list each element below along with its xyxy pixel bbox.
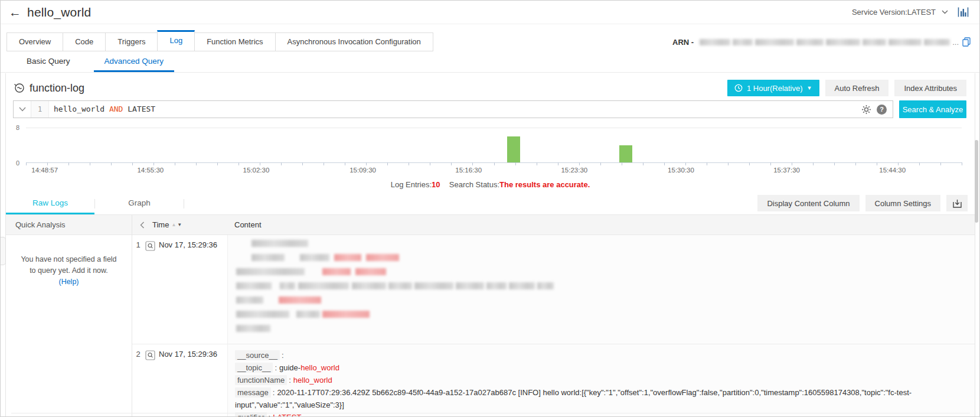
axis-minor-tick [685, 162, 686, 165]
query-mode-tab-bar: Basic Query Advanced Query [1, 51, 979, 73]
redacted-block [888, 39, 922, 45]
redacted-block [236, 268, 305, 275]
editor-line-number: 1 [31, 101, 49, 118]
column-settings-button[interactable]: Column Settings [865, 195, 940, 211]
redacted-log-line [235, 240, 968, 247]
sort-ascending-icon[interactable]: ▲ [171, 222, 176, 227]
tab-log[interactable]: Log [157, 30, 195, 51]
log-field-value: guide- [279, 363, 300, 372]
axis-minor-tick [664, 162, 665, 165]
tab-code[interactable]: Code [63, 32, 106, 51]
axis-minor-tick [451, 162, 452, 165]
tab-triggers[interactable]: Triggers [105, 32, 158, 51]
axis-minor-tick [600, 162, 601, 165]
tab-advanced-query[interactable]: Advanced Query [94, 51, 175, 72]
inspect-log-icon[interactable] [145, 350, 155, 360]
editor-collapse-toggle[interactable] [14, 101, 31, 118]
redacted-block [236, 297, 263, 304]
axis-minor-tick [919, 162, 920, 165]
redacted-log-line [235, 311, 968, 318]
axis-minor-tick [281, 162, 282, 165]
index-attributes-button[interactable]: Index Attributes [894, 80, 966, 96]
axis-minor-tick [47, 162, 48, 165]
copy-icon[interactable] [962, 37, 971, 47]
service-version-label: Service Version:LATEST [852, 8, 936, 17]
redacted-block [355, 268, 386, 275]
key-value-separator: : [287, 376, 293, 385]
search-status-line: Log Entries:10 Search Status:The results… [6, 178, 975, 191]
redacted-block [352, 282, 386, 289]
inspect-log-icon[interactable] [145, 241, 155, 251]
log-content-cell[interactable]: __source__:__topic__:guide-hello_worldfu… [227, 344, 975, 416]
axis-minor-tick [302, 162, 303, 165]
logs-area: Quick Analysis You have not specified a … [6, 215, 975, 416]
redacted-block [236, 282, 272, 289]
axis-minor-tick [940, 162, 941, 165]
tab-async-invocation-config[interactable]: Asynchronous Invocation Configuration [275, 32, 433, 51]
axis-minor-tick [430, 162, 430, 165]
axis-minor-tick [558, 162, 558, 165]
x-axis-tick-label: 15:16:30 [455, 167, 482, 174]
time-range-button[interactable]: 1 Hour(Relative) ▼ [727, 80, 819, 96]
help-link[interactable]: (Help) [6, 276, 132, 288]
auto-refresh-button[interactable]: Auto Refresh [825, 80, 889, 96]
metrics-chart-icon[interactable] [958, 7, 969, 17]
histogram-plot[interactable]: 8 0 14:48:5714:55:3015:02:3015:09:3015:1… [26, 128, 962, 163]
tab-overview[interactable]: Overview [6, 32, 63, 51]
redacted-block [486, 282, 507, 289]
axis-minor-tick [345, 162, 345, 165]
tab-raw-logs[interactable]: Raw Logs [6, 193, 94, 214]
tab-graph[interactable]: Graph [95, 193, 184, 214]
sort-descending-icon[interactable]: ▼ [177, 222, 182, 227]
log-content-cell[interactable] [227, 235, 975, 344]
redacted-block [863, 39, 886, 45]
query-text[interactable]: hello_world AND LATEST [49, 101, 861, 118]
log-field-value-highlighted: hello_world [293, 376, 332, 385]
quick-analysis-empty-message: You have not specified a field to query … [6, 235, 132, 288]
redacted-log-line [235, 268, 968, 275]
function-compute-log-page: ← hello_world Service Version:LATEST Ove… [0, 0, 980, 417]
axis-minor-tick [472, 162, 473, 165]
download-button[interactable] [946, 195, 968, 211]
x-axis-tick-label: 15:02:30 [243, 167, 270, 174]
redacted-block [236, 311, 289, 318]
collapsed-sidebar-handle[interactable] [1, 237, 6, 265]
log-field-key[interactable]: __topic__ [235, 363, 273, 373]
redacted-block [366, 254, 399, 261]
redacted-log-line [235, 254, 968, 261]
log-query-panel: function-log 1 Hour(Relative) ▼ Auto Ref… [5, 73, 975, 416]
tab-function-metrics[interactable]: Function Metrics [194, 32, 275, 51]
download-icon [952, 198, 962, 209]
help-question-icon[interactable]: ? [877, 105, 887, 115]
log-field-key[interactable]: __source__ [235, 350, 280, 360]
display-content-column-button[interactable]: Display Content Column [757, 195, 859, 211]
axis-minor-tick [898, 162, 899, 165]
back-arrow-icon[interactable]: ← [9, 6, 21, 18]
vertical-scrollbar-thumb[interactable] [975, 140, 978, 223]
chevron-down-icon[interactable] [942, 10, 948, 14]
log-field-line: functionName:hello_world [235, 374, 968, 386]
key-value-separator: : [271, 388, 277, 397]
search-analyze-button[interactable]: Search & Analyze [899, 100, 966, 118]
histogram-bar[interactable] [619, 145, 632, 163]
horizontal-scrollbar-track[interactable] [11, 413, 970, 413]
log-histogram: 8 0 14:48:5714:55:3015:02:3015:09:3015:1… [12, 122, 965, 178]
query-editor[interactable]: 1 hello_world AND LATEST ? [13, 100, 893, 118]
axis-minor-tick [962, 162, 962, 165]
axis-minor-tick [366, 162, 367, 165]
time-range-label: 1 Hour(Relative) [747, 84, 803, 93]
log-field-line: qualifier:LATEST [235, 411, 968, 416]
editor-settings-gear-icon[interactable] [861, 105, 871, 115]
tab-basic-query[interactable]: Basic Query [16, 51, 81, 72]
collapse-panel-chevron-left-icon[interactable] [132, 221, 152, 229]
log-field-key[interactable]: functionName [235, 375, 287, 385]
log-field-line: __source__: [235, 349, 968, 361]
log-field-key[interactable]: message [235, 387, 271, 398]
axis-minor-tick [537, 162, 537, 165]
redacted-block [296, 311, 320, 318]
redacted-block [456, 282, 484, 289]
redacted-block [279, 297, 321, 304]
page-header: ← hello_world Service Version:LATEST [1, 1, 979, 24]
log-field-line: __topic__:guide-hello_world [235, 361, 968, 374]
histogram-bar[interactable] [507, 136, 520, 162]
